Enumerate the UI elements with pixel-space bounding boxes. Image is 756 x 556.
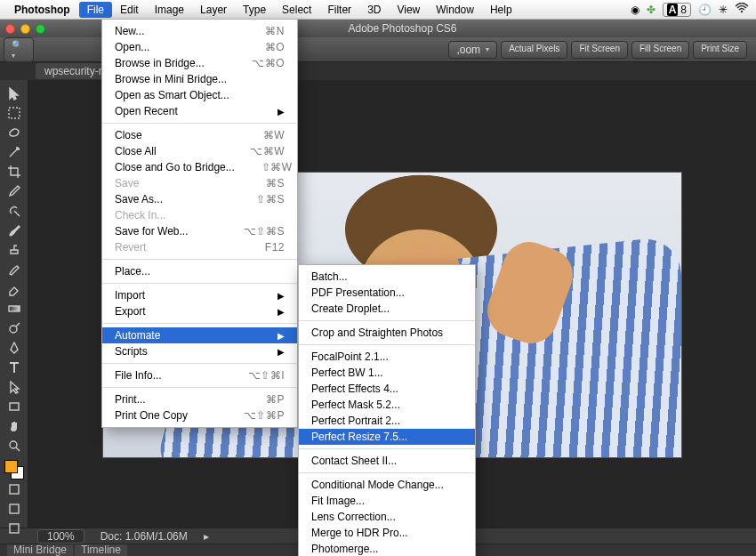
file-menu-save-as[interactable]: Save As...⇧⌘S [102,191,297,207]
file-menu-open[interactable]: Open...⌘O [102,39,297,55]
zoom-level[interactable]: 100% [37,529,84,544]
menu-edit[interactable]: Edit [112,2,147,18]
option-fill-screen[interactable]: Fill Screen [631,41,689,59]
app-menu[interactable]: Photoshop [14,4,70,16]
gradient-tool[interactable] [4,299,25,318]
automate-create-droplet[interactable]: Create Droplet... [299,301,475,317]
path-selection-tool[interactable] [4,377,25,396]
file-menu-close[interactable]: Close⌘W [102,127,297,143]
automate-fit-image[interactable]: Fit Image... [299,493,475,509]
submenu-arrow-icon: ▶ [277,331,285,341]
file-menu-open-recent[interactable]: Open Recent▶ [102,103,297,119]
lasso-tool[interactable] [4,123,25,141]
tool-preset-button[interactable]: 🔍 ▾ [4,37,34,62]
menu-layer[interactable]: Layer [192,2,235,18]
quick-mask-icon[interactable] [4,499,25,518]
file-menu-browse-in-mini-bridge[interactable]: Browse in Mini Bridge... [102,71,297,87]
file-menu-scripts[interactable]: Scripts▶ [102,343,297,359]
file-menu-close-and-go-to-bridge[interactable]: Close and Go to Bridge...⇧⌘W [102,159,297,175]
color-swatches[interactable] [4,460,24,479]
automate-perfect-mask-5-2[interactable]: Perfect Mask 5.2... [299,397,475,413]
screen-mode-icon[interactable] [4,519,25,537]
file-menu-close-all[interactable]: Close All⌥⌘W [102,143,297,159]
menu-filter[interactable]: Filter [319,2,359,18]
type-tool[interactable] [4,358,25,376]
tray-clock-icon[interactable]: 🕘 [698,4,712,16]
tray-dot-icon[interactable]: ◉ [631,4,639,16]
status-arrow-icon[interactable]: ▸ [204,530,209,543]
pen-tool[interactable] [4,338,25,357]
hand-tool[interactable] [4,416,25,435]
panel-tab-timeline[interactable]: Timeline [75,544,127,556]
automate-pdf-presentation[interactable]: PDF Presentation... [299,285,475,301]
automate-perfect-effects-4[interactable]: Perfect Effects 4... [299,381,475,397]
magic-wand-tool[interactable] [4,142,25,161]
automate-perfect-portrait-2[interactable]: Perfect Portrait 2... [299,413,475,429]
automate-merge-to-hdr-pro[interactable]: Merge to HDR Pro... [299,525,475,541]
menu-3d[interactable]: 3D [359,2,389,18]
edit-toolbar-icon[interactable] [4,479,25,498]
menu-file[interactable]: File [79,2,112,18]
automate-batch[interactable]: Batch... [299,269,475,285]
menu-image[interactable]: Image [147,2,192,18]
file-menu-export[interactable]: Export▶ [102,303,297,319]
file-menu-print[interactable]: Print...⌘P [102,391,297,407]
menu-shortcut: ⌥⇧⌘I [248,369,285,382]
eyedropper-tool[interactable] [4,181,25,200]
tray-wifi-icon[interactable] [735,3,749,16]
minimize-button[interactable] [20,24,30,34]
tray-clover-icon[interactable]: ✤ [647,4,655,16]
history-brush-tool[interactable] [4,260,25,278]
file-menu-browse-in-bridge[interactable]: Browse in Bridge...⌥⌘O [102,55,297,71]
tray-fan-icon[interactable]: ✳︎ [719,4,728,16]
menu-shortcut: ⌥⇧⌘S [244,225,285,238]
menu-label: File Info... [115,369,248,382]
marquee-tool[interactable] [4,103,25,122]
menu-help[interactable]: Help [482,2,520,18]
menu-window[interactable]: Window [428,2,482,18]
rectangle-tool[interactable] [4,397,25,415]
doc-info[interactable]: Doc: 1.06M/1.06M [101,530,188,543]
file-menu-open-as-smart-object[interactable]: Open as Smart Object... [102,87,297,103]
file-menu-automate[interactable]: Automate▶ [102,327,297,343]
dodge-tool[interactable] [4,318,25,337]
automate-lens-correction[interactable]: Lens Correction... [299,509,475,525]
svg-point-0 [741,11,743,12]
file-menu-place[interactable]: Place... [102,263,297,279]
automate-perfect-resize-7-5[interactable]: Perfect Resize 7.5... [299,429,475,445]
crop-tool[interactable] [4,162,25,181]
file-menu-save-for-web[interactable]: Save for Web...⌥⇧⌘S [102,223,297,239]
file-menu-import[interactable]: Import▶ [102,287,297,303]
menu-shortcut: ⌥⇧⌘P [244,409,285,422]
menu-select[interactable]: Select [274,2,319,18]
file-menu-print-one-copy[interactable]: Print One Copy⌥⇧⌘P [102,407,297,423]
move-tool[interactable] [4,84,25,102]
menu-view[interactable]: View [389,2,428,18]
menu-type[interactable]: Type [235,2,274,18]
automate-focalpoint-2-1[interactable]: FocalPoint 2.1... [299,349,475,365]
panel-tab-mini-bridge[interactable]: Mini Bridge [7,544,73,556]
file-menu-file-info[interactable]: File Info...⌥⇧⌘I [102,367,297,383]
option-fit-screen[interactable]: Fit Screen [571,41,628,59]
automate-perfect-bw-1[interactable]: Perfect BW 1... [299,365,475,381]
clone-stamp-tool[interactable] [4,240,25,259]
menu-label: Import [115,289,277,302]
automate-contact-sheet-ii[interactable]: Contact Sheet II... [299,453,475,469]
close-button[interactable] [5,24,15,34]
tray-adobe-badge[interactable]: A8 [663,3,691,17]
automate-crop-and-straighten-photos[interactable]: Crop and Straighten Photos [299,325,475,341]
file-menu-new[interactable]: New...⌘N [102,23,297,39]
option-actual-pixels[interactable]: Actual Pixels [501,41,567,59]
eraser-tool[interactable] [4,279,25,298]
brush-tool[interactable] [4,221,25,239]
menu-label: Close [115,129,263,141]
healing-brush-tool[interactable] [4,201,25,220]
option--oom[interactable]: ,oom▾ [448,41,497,59]
automate-photomerge[interactable]: Photomerge... [299,541,475,556]
svg-rect-5 [10,403,19,410]
option-print-size[interactable]: Print Size [693,41,747,59]
zoom-tool[interactable] [4,436,25,455]
zoom-button[interactable] [36,24,45,34]
automate-conditional-mode-change[interactable]: Conditional Mode Change... [299,477,475,493]
menu-shortcut: ⌘O [265,41,285,53]
